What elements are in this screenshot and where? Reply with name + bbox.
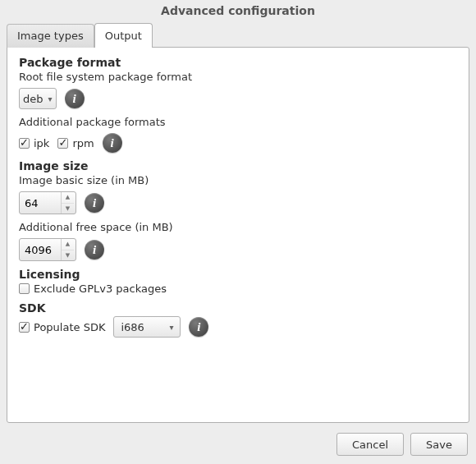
label-root-format: Root file system package format (19, 71, 457, 83)
tab-strip: Image types Output (7, 22, 469, 47)
chevron-down-icon: ▾ (169, 323, 173, 332)
tabs-container: Image types Output Package format Root f… (7, 22, 469, 423)
checkbox-ipk-label: ipk (34, 137, 49, 149)
checkbox-rpm[interactable]: rpm (57, 137, 94, 149)
section-package-format: Package format (19, 56, 457, 69)
checkbox-box (57, 138, 68, 149)
checkbox-ipk[interactable]: ipk (19, 137, 49, 149)
tab-output[interactable]: Output (94, 23, 153, 48)
checkbox-rpm-label: rpm (72, 137, 94, 149)
info-icon[interactable]: i (65, 89, 85, 108)
checkbox-box (19, 322, 30, 333)
tab-image-types[interactable]: Image types (7, 24, 94, 48)
checkbox-populate-sdk[interactable]: Populate SDK (19, 321, 105, 333)
input-addl-space[interactable] (20, 239, 61, 260)
arrow-up-icon[interactable]: ▲ (62, 239, 74, 250)
select-root-format[interactable]: deb ▾ (19, 88, 57, 109)
checkbox-populate-label: Populate SDK (34, 321, 105, 333)
window: Advanced configuration Image types Outpu… (0, 0, 476, 464)
info-icon[interactable]: i (103, 133, 122, 153)
arrow-down-icon[interactable]: ▼ (62, 204, 74, 214)
section-image-size: Image size (19, 159, 457, 172)
save-button[interactable]: Save (410, 433, 468, 456)
checkbox-exclude-gplv3[interactable]: Exclude GPLv3 packages (19, 283, 167, 295)
chevron-down-icon: ▾ (48, 94, 53, 103)
section-sdk: SDK (19, 301, 457, 315)
spinner-arrows[interactable]: ▲▼ (61, 192, 74, 214)
label-additional-formats: Additional package formats (19, 116, 457, 128)
checkbox-box (19, 283, 30, 294)
spinner-basic-size[interactable]: ▲▼ (19, 191, 76, 214)
output-panel: Package format Root file system package … (7, 47, 469, 423)
checkbox-box (19, 138, 30, 149)
section-licensing: Licensing (19, 268, 457, 281)
select-root-format-value: deb (23, 93, 43, 105)
cancel-button[interactable]: Cancel (336, 433, 404, 456)
spinner-addl-space[interactable]: ▲▼ (19, 238, 76, 261)
label-basic-size: Image basic size (in MB) (19, 174, 457, 186)
arrow-down-icon[interactable]: ▼ (62, 250, 74, 261)
window-title: Advanced configuration (0, 0, 476, 22)
info-icon[interactable]: i (85, 193, 104, 213)
info-icon[interactable]: i (189, 317, 208, 337)
arrow-up-icon[interactable]: ▲ (62, 192, 74, 204)
spinner-arrows[interactable]: ▲▼ (61, 239, 74, 260)
select-sdk-arch[interactable]: i686 ▾ (113, 316, 181, 338)
dialog-footer: Cancel Save (0, 423, 476, 464)
checkbox-exclude-label: Exclude GPLv3 packages (34, 283, 167, 295)
label-addl-space: Additional free space (in MB) (19, 221, 457, 233)
info-icon[interactable]: i (85, 240, 104, 260)
select-sdk-arch-value: i686 (121, 321, 144, 333)
input-basic-size[interactable] (20, 192, 61, 214)
